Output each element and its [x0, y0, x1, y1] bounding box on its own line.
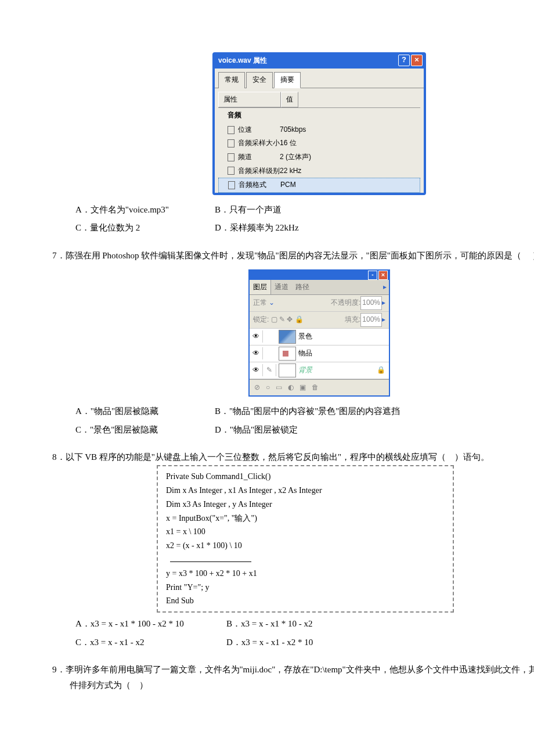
- q6-a: A．文件名为"voice.mp3": [75, 201, 215, 219]
- layers-panel: - × 图层 通道 路径 ▸ 正常 ⌄ 不透明度: 100%▸ 锁定: ▢ ✎ …: [248, 269, 390, 397]
- opacity-label: 不透明度:: [331, 297, 360, 309]
- q7-text: 7．陈强在用 Photoshop 软件编辑某图像文件时，发现"物品"图层的内容无…: [52, 248, 534, 264]
- folder-icon[interactable]: ▭: [276, 381, 282, 394]
- dialog-title: voice.wav 属性: [218, 55, 267, 67]
- fill-label: 填充:: [345, 314, 360, 326]
- visibility-icon[interactable]: 👁: [250, 364, 263, 377]
- property-row[interactable]: 频道2 (立体声): [218, 150, 420, 164]
- code-block: Private Sub Command1_Click() Dim x As In…: [157, 465, 454, 613]
- q7-d: D．"物品"图层被锁定: [215, 421, 298, 440]
- layer-row[interactable]: 👁物品: [250, 345, 389, 362]
- lock-label: 锁定:: [253, 314, 269, 326]
- property-row[interactable]: 位速705kbps: [218, 123, 420, 137]
- q6-d: D．采样频率为 22kHz: [215, 219, 299, 237]
- col-property: 属性: [218, 92, 281, 108]
- new-layer-icon[interactable]: ▣: [300, 381, 306, 394]
- lock-icons[interactable]: ▢ ✎ ✥ 🔒: [269, 314, 303, 326]
- tab-layers[interactable]: 图层: [250, 280, 271, 295]
- close-button[interactable]: ×: [411, 55, 423, 66]
- property-row[interactable]: 音频格式PCM: [218, 178, 420, 193]
- tab-paths[interactable]: 路径: [292, 280, 313, 295]
- tab-channels[interactable]: 通道: [271, 280, 292, 295]
- q7-c: C．"景色"图层被隐藏: [75, 421, 215, 440]
- q8-b: B．x3 = x - x1 * 10 - x2: [226, 615, 312, 633]
- q8-text: 8．以下 VB 程序的功能是"从键盘上输入一个三位整数，然后将它反向输出"，程序…: [52, 449, 534, 465]
- visibility-icon[interactable]: 👁: [250, 347, 263, 360]
- q8-a: A．x3 = x - x1 * 100 - x2 * 10: [75, 615, 226, 633]
- blend-mode[interactable]: 正常: [253, 297, 267, 309]
- panel-menu-icon[interactable]: ▸: [381, 280, 389, 295]
- q8-options: A．x3 = x - x1 * 100 - x2 * 10B．x3 = x - …: [52, 615, 534, 651]
- layer-row[interactable]: 👁景色: [250, 329, 389, 345]
- col-value: 值: [281, 92, 298, 108]
- fx-icon[interactable]: ○: [266, 381, 270, 394]
- layer-row[interactable]: 👁✎背景🔒: [250, 362, 389, 379]
- q9-text: 9．李明许多年前用电脑写了一篇文章，文件名为"miji.doc"，存放在"D:\…: [70, 662, 534, 693]
- q7-a: A．"物品"图层被隐藏: [75, 402, 215, 421]
- q8-c: C．x3 = x - x1 - x2: [75, 633, 226, 652]
- adjustment-icon[interactable]: ◐: [288, 381, 294, 394]
- q8-d: D．x3 = x - x1 - x2 * 10: [226, 633, 313, 652]
- tab-general[interactable]: 常规: [218, 72, 245, 88]
- properties-dialog: voice.wav 属性 ? × 常规 安全 摘要 属性 值 音频 位速705k…: [212, 52, 426, 195]
- minimize-button[interactable]: -: [368, 271, 377, 280]
- lock-icon: 🔒: [377, 364, 389, 377]
- tab-summary[interactable]: 摘要: [274, 72, 301, 88]
- link-icon[interactable]: ⊘: [254, 381, 260, 394]
- property-row[interactable]: 音频采样级别22 kHz: [218, 164, 420, 178]
- dialog-tabs: 常规 安全 摘要: [215, 69, 424, 88]
- q6-c: C．量化位数为 2: [75, 219, 215, 237]
- property-row[interactable]: 音频采样大小16 位: [218, 136, 420, 150]
- category-row: 音频: [218, 108, 420, 123]
- close-button[interactable]: ×: [378, 271, 388, 280]
- visibility-icon[interactable]: 👁: [250, 330, 263, 343]
- panel-footer: ⊘ ○ ▭ ◐ ▣ 🗑: [250, 379, 389, 396]
- q6-options: A．文件名为"voice.mp3"B．只有一个声道 C．量化位数为 2D．采样频…: [52, 201, 534, 237]
- tab-security[interactable]: 安全: [246, 72, 273, 88]
- q7-options: A．"物品"图层被隐藏B．"物品"图层中的内容被"景色"图层的内容遮挡 C．"景…: [52, 402, 534, 439]
- trash-icon[interactable]: 🗑: [312, 381, 319, 394]
- help-button[interactable]: ?: [398, 55, 410, 66]
- opacity-value[interactable]: 100%: [360, 296, 382, 310]
- fill-value[interactable]: 100%: [360, 313, 382, 327]
- q6-b: B．只有一个声道: [215, 201, 282, 219]
- q7-b: B．"物品"图层中的内容被"景色"图层的内容遮挡: [215, 402, 400, 421]
